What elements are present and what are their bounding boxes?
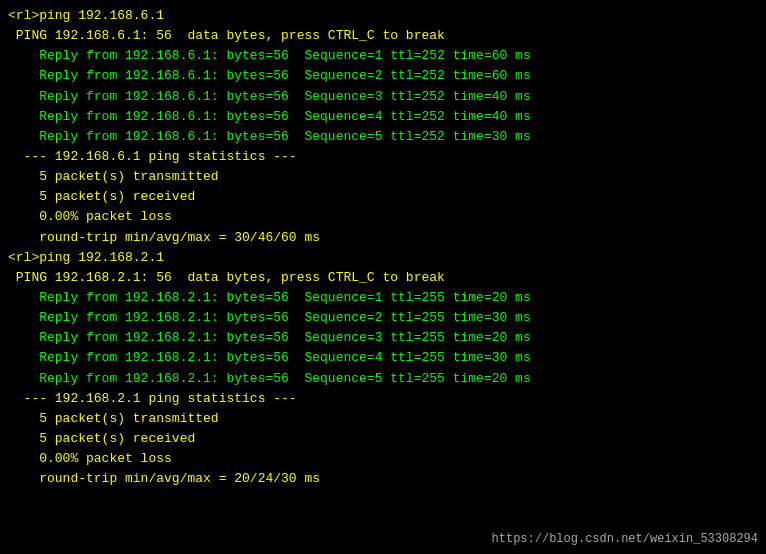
terminal-line-ping1-r3: Reply from 192.168.6.1: bytes=56 Sequenc… — [8, 87, 758, 107]
terminal-window: <rl>ping 192.168.6.1 PING 192.168.6.1: 5… — [0, 0, 766, 554]
terminal-line-ping1-transmitted: 5 packet(s) transmitted — [8, 167, 758, 187]
terminal-line-ping2-received: 5 packet(s) received — [8, 429, 758, 449]
terminal-line-ping2-transmitted: 5 packet(s) transmitted — [8, 409, 758, 429]
terminal-output: <rl>ping 192.168.6.1 PING 192.168.6.1: 5… — [8, 6, 758, 489]
terminal-line-ping1-rtt: round-trip min/avg/max = 30/46/60 ms — [8, 228, 758, 248]
terminal-line-cmd2: <rl>ping 192.168.2.1 — [8, 248, 758, 268]
terminal-line-ping2-header: PING 192.168.2.1: 56 data bytes, press C… — [8, 268, 758, 288]
watermark: https://blog.csdn.net/weixin_53308294 — [492, 532, 758, 546]
terminal-line-ping2-r2: Reply from 192.168.2.1: bytes=56 Sequenc… — [8, 308, 758, 328]
terminal-line-ping1-received: 5 packet(s) received — [8, 187, 758, 207]
terminal-line-ping2-stats-header: --- 192.168.2.1 ping statistics --- — [8, 389, 758, 409]
terminal-line-ping1-stats-header: --- 192.168.6.1 ping statistics --- — [8, 147, 758, 167]
terminal-line-ping2-r3: Reply from 192.168.2.1: bytes=56 Sequenc… — [8, 328, 758, 348]
terminal-line-ping2-r1: Reply from 192.168.2.1: bytes=56 Sequenc… — [8, 288, 758, 308]
terminal-line-ping1-header: PING 192.168.6.1: 56 data bytes, press C… — [8, 26, 758, 46]
terminal-line-ping1-r1: Reply from 192.168.6.1: bytes=56 Sequenc… — [8, 46, 758, 66]
terminal-line-ping2-r5: Reply from 192.168.2.1: bytes=56 Sequenc… — [8, 369, 758, 389]
terminal-line-ping2-rtt: round-trip min/avg/max = 20/24/30 ms — [8, 469, 758, 489]
terminal-line-ping1-r2: Reply from 192.168.6.1: bytes=56 Sequenc… — [8, 66, 758, 86]
terminal-line-ping1-r4: Reply from 192.168.6.1: bytes=56 Sequenc… — [8, 107, 758, 127]
terminal-line-cmd1: <rl>ping 192.168.6.1 — [8, 6, 758, 26]
terminal-line-ping2-r4: Reply from 192.168.2.1: bytes=56 Sequenc… — [8, 348, 758, 368]
terminal-line-ping2-loss: 0.00% packet loss — [8, 449, 758, 469]
terminal-line-ping1-r5: Reply from 192.168.6.1: bytes=56 Sequenc… — [8, 127, 758, 147]
terminal-line-ping1-loss: 0.00% packet loss — [8, 207, 758, 227]
